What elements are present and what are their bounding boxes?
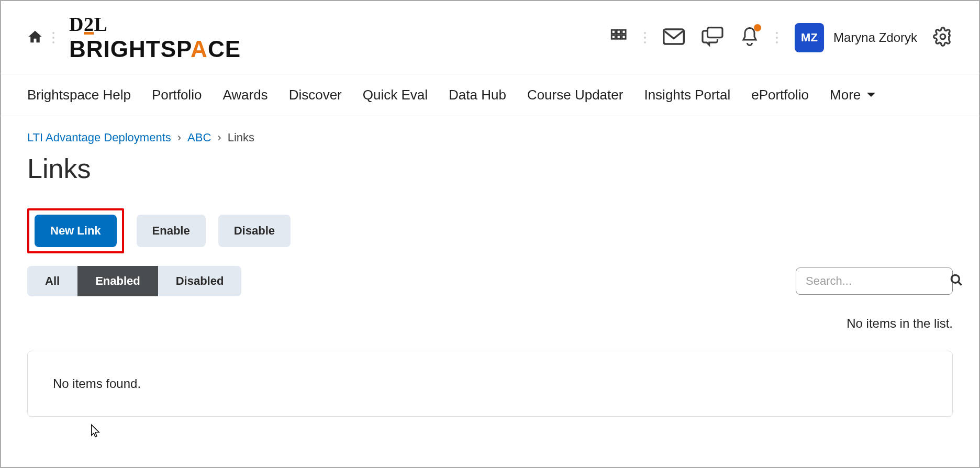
divider-dots-icon [52,32,54,43]
avatar: MZ [795,23,824,52]
new-link-button[interactable]: New Link [35,215,117,247]
user-display-name: Maryna Zdoryk [833,30,917,45]
action-buttons-row: New Link Enable Disable [27,208,953,253]
svg-rect-6 [664,29,684,44]
filter-disabled[interactable]: Disabled [158,266,242,296]
svg-rect-7 [707,27,722,37]
nav-discover[interactable]: Discover [289,87,342,103]
nav-eportfolio[interactable]: ePortfolio [751,87,809,103]
filter-all[interactable]: All [27,266,77,296]
home-icon[interactable] [27,29,43,47]
empty-results-text: No items found. [53,376,141,391]
nav-more[interactable]: More [830,87,876,103]
page-content: LTI Advantage Deployments › ABC › Links … [1,116,979,431]
divider-dots-icon [644,32,646,43]
main-nav: Brightspace Help Portfolio Awards Discov… [1,74,979,116]
search-input[interactable] [806,274,950,288]
nav-brightspace-help[interactable]: Brightspace Help [27,87,131,103]
nav-data-hub[interactable]: Data Hub [449,87,506,103]
brand-logo[interactable]: D2L BRIGHTSPACE [69,14,241,61]
apps-grid-icon[interactable] [609,28,627,48]
logo-d2l-text: D2L [69,14,241,35]
top-header: D2L BRIGHTSPACE MZ Maryna Zdoryk [1,1,979,74]
nav-course-updater[interactable]: Course Updater [527,87,623,103]
notification-dot-icon [754,24,761,31]
messages-icon[interactable] [701,27,723,49]
enable-button[interactable]: Enable [137,215,206,247]
search-box[interactable] [796,268,953,295]
annotation-highlight: New Link [27,208,124,253]
user-menu[interactable]: MZ Maryna Zdoryk [795,23,917,52]
nav-awards[interactable]: Awards [222,87,268,103]
nav-portfolio[interactable]: Portfolio [152,87,202,103]
disable-button[interactable]: Disable [218,215,291,247]
svg-rect-5 [622,35,626,39]
mail-icon[interactable] [663,28,685,48]
svg-line-10 [958,282,962,285]
divider-dots-icon [776,32,778,43]
nav-more-label: More [830,87,861,103]
svg-rect-3 [611,35,615,39]
filter-segmented-control: All Enabled Disabled [27,266,241,296]
breadcrumb: LTI Advantage Deployments › ABC › Links [27,131,953,144]
svg-point-9 [951,275,959,283]
svg-rect-4 [617,35,620,39]
chevron-right-icon: › [217,131,221,144]
chevron-right-icon: › [177,131,181,144]
chevron-down-icon [866,92,876,99]
svg-rect-2 [622,30,626,34]
filter-search-row: All Enabled Disabled [27,266,953,296]
svg-point-8 [940,34,945,39]
gear-icon[interactable] [933,27,953,49]
breadcrumb-lti-deployments[interactable]: LTI Advantage Deployments [27,131,171,144]
nav-quick-eval[interactable]: Quick Eval [363,87,428,103]
empty-results-panel: No items found. [27,351,953,417]
logo-brightspace-text: BRIGHTSPACE [69,38,241,61]
page-title: Links [27,153,953,184]
filter-enabled[interactable]: Enabled [77,266,158,296]
breadcrumb-current: Links [228,131,254,144]
svg-rect-0 [611,30,615,34]
list-status-text: No items in the list. [27,316,953,331]
breadcrumb-abc[interactable]: ABC [187,131,211,144]
nav-insights-portal[interactable]: Insights Portal [644,87,730,103]
search-icon[interactable] [950,273,963,289]
svg-rect-1 [617,30,620,34]
notifications-bell-icon[interactable] [740,26,759,49]
